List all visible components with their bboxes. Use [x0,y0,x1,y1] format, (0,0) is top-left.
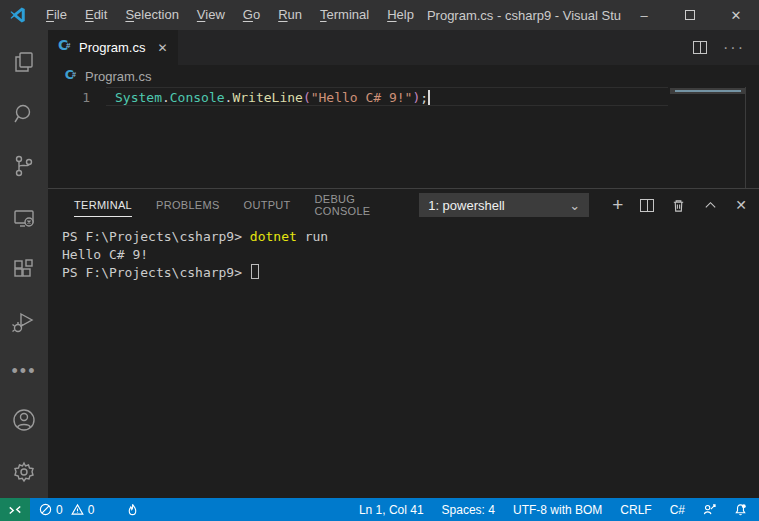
code-text: System.Console.WriteLine("Hello C# 9!"); [115,90,428,105]
menu-go[interactable]: Go [234,0,269,30]
close-window-button[interactable]: ✕ [713,0,759,30]
search-icon [11,101,37,127]
source-control-icon [11,153,37,179]
minimap-line [675,90,741,92]
warning-icon [71,503,84,516]
line-number: 1 [48,90,115,105]
terminal-text: dotnet [250,229,297,244]
vscode-window: FileEditSelectionViewGoRunTerminalHelp P… [0,0,759,521]
minimize-button[interactable]: – [621,0,667,30]
indentation-status[interactable]: Spaces: 4 [433,498,504,521]
breadcrumb[interactable]: C# Program.cs [48,65,759,87]
code-token: ( [303,90,311,105]
split-editor-icon[interactable] [693,41,707,54]
close-panel-button[interactable]: ✕ [735,197,747,213]
panel-tab-problems[interactable]: PROBLEMS [144,189,232,221]
terminal-shell-selector[interactable]: 1: powershell ⌄ [419,193,589,217]
sidebar-item-run-and-debug[interactable] [0,296,48,348]
panel-tab-output[interactable]: OUTPUT [232,189,303,221]
remote-icon [8,503,22,517]
flame-status-item[interactable] [117,498,148,521]
sidebar-item-explorer[interactable] [0,36,48,88]
error-icon [39,503,52,516]
tab-program-cs[interactable]: C# Program.cs ✕ [48,30,178,65]
bottom-panel: TERMINALPROBLEMSOUTPUTDEBUG CONSOLE 1: p… [48,188,759,498]
sidebar-item-remote-explorer[interactable] [0,192,48,244]
split-terminal-button[interactable] [640,199,654,212]
code-token: . [162,90,170,105]
terminal-cursor [251,264,259,279]
menu-view[interactable]: View [188,0,234,30]
code-token: Console [170,90,225,105]
breadcrumb-file: Program.cs [85,69,151,84]
menu-bar: FileEditSelectionViewGoRunTerminalHelp [37,0,423,30]
panel-tabs: TERMINALPROBLEMSOUTPUTDEBUG CONSOLE [62,189,419,221]
maximize-icon [685,10,695,20]
chevron-down-icon: ⌄ [569,198,580,213]
chevron-up-icon [703,198,718,213]
code-token: WriteLine [232,90,302,105]
editor-scrollbar[interactable] [745,87,746,188]
maximize-button[interactable] [667,0,713,30]
csharp-file-icon: C# [58,40,73,55]
explorer-icon [11,49,37,75]
menu-file[interactable]: File [37,0,76,30]
split-terminal-icon [640,199,654,212]
sidebar-item-extensions[interactable] [0,244,48,296]
code-line-1: 1 System.Console.WriteLine("Hello C# 9!"… [48,88,759,107]
terminal-line: PS F:\Projects\csharp9> dotnet run [62,228,759,246]
remote-explorer-icon [11,205,37,231]
encoding-status[interactable]: UTF-8 with BOM [504,498,611,521]
terminal-line: PS F:\Projects\csharp9> [62,264,759,282]
panel-tab-terminal[interactable]: TERMINAL [62,189,144,221]
editor-actions: ··· [693,30,759,65]
extensions-icon [11,257,37,283]
bell-icon [734,503,747,516]
window-title: Program.cs - csharp9 - Visual Studio ... [423,8,621,23]
new-terminal-button[interactable]: + [612,194,623,216]
menu-terminal[interactable]: Terminal [311,0,378,30]
menu-run[interactable]: Run [269,0,311,30]
code-editor[interactable]: 1 System.Console.WriteLine("Hello C# 9!"… [48,87,759,188]
menu-help[interactable]: Help [378,0,423,30]
eol-status[interactable]: CRLF [611,498,660,521]
sidebar-item-source-control[interactable] [0,140,48,192]
terminal-text: run [297,229,328,244]
feedback-button[interactable] [694,498,725,521]
csharp-file-icon: C# [65,69,79,83]
editor-caret [428,90,430,105]
gear-icon [11,459,37,485]
tab-close-icon[interactable]: ✕ [157,41,167,55]
terminal-output[interactable]: PS F:\Projects\csharp9> dotnet runHello … [48,221,759,498]
manage-button[interactable] [0,446,48,498]
more-actions-button[interactable]: ••• [0,348,48,394]
tab-label: Program.cs [79,40,145,55]
menu-selection[interactable]: Selection [116,0,187,30]
shell-selector-value: 1: powershell [428,198,505,213]
status-bar: 0 0 Ln 1, Col 41 Spaces: 4 UTF-8 with BO… [0,498,759,521]
more-editor-actions-icon[interactable]: ··· [723,43,745,53]
maximize-panel-button[interactable] [703,198,718,213]
warning-count: 0 [88,503,95,517]
accounts-button[interactable] [0,394,48,446]
code-token: "Hello C# 9!" [311,90,413,105]
remote-indicator[interactable] [0,498,30,521]
code-token: ; [420,90,428,105]
panel-tab-debug-console[interactable]: DEBUG CONSOLE [303,189,420,221]
error-count: 0 [56,503,63,517]
menu-edit[interactable]: Edit [76,0,116,30]
language-mode[interactable]: C# [661,498,694,521]
editor-tab-bar: C# Program.cs ✕ ··· [48,30,759,65]
sidebar-item-search[interactable] [0,88,48,140]
vscode-logo-icon [9,6,27,24]
kill-terminal-button[interactable] [671,198,686,213]
cursor-position[interactable]: Ln 1, Col 41 [350,498,433,521]
account-icon [11,407,37,433]
trash-icon [671,198,686,213]
feedback-icon [703,503,716,516]
notifications-button[interactable] [725,498,759,521]
window-controls: – ✕ [621,0,759,30]
problems-status[interactable]: 0 0 [30,498,103,521]
panel-header: TERMINALPROBLEMSOUTPUTDEBUG CONSOLE 1: p… [48,189,759,221]
run-debug-icon [11,309,37,335]
